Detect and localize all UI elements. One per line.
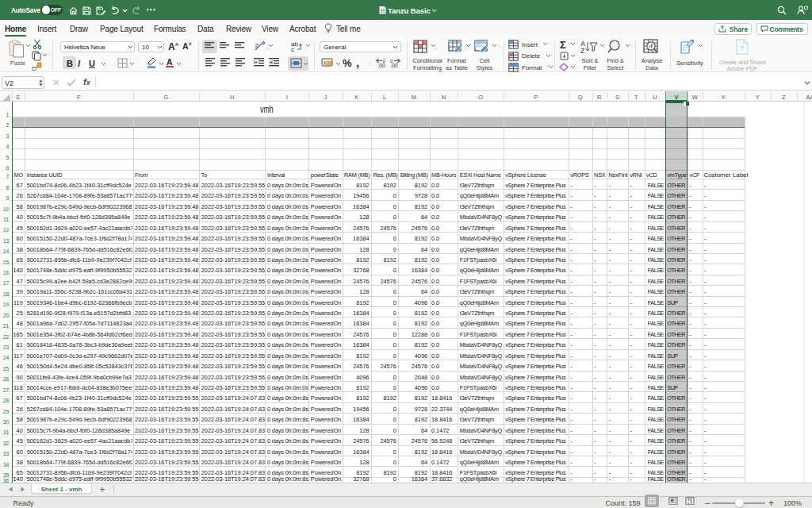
svg-text:0: 0 [383, 59, 386, 64]
svg-text:Z: Z [580, 47, 584, 55]
svg-text:c: c [291, 46, 294, 52]
